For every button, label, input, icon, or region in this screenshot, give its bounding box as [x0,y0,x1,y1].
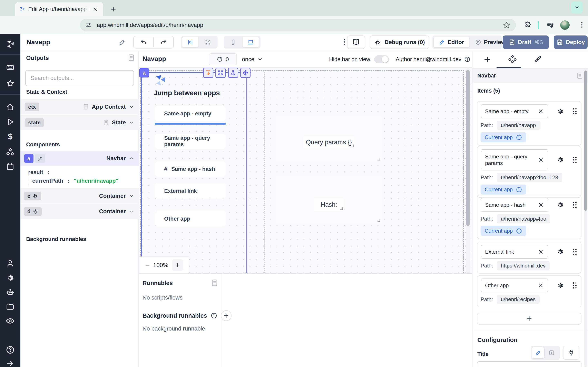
function-mode-button[interactable] [545,347,558,359]
desktop-view-button[interactable] [242,37,259,48]
redo-icon[interactable] [154,37,173,47]
anchor-component-icon[interactable] [228,68,238,78]
item-settings-gear-icon[interactable] [556,108,564,115]
clear-label-icon[interactable] [538,157,544,163]
selected-component-badge[interactable]: a [139,68,149,77]
draft-button[interactable]: Draft ⌘S [503,35,549,49]
container-query-params[interactable]: Query params {} [276,117,381,162]
schedule-dropdown[interactable]: once [242,53,263,65]
expand-sidebar-arrow-icon[interactable] [6,359,14,367]
hide-bar-toggle[interactable] [374,55,389,63]
outputs-doc-icon[interactable] [127,54,135,62]
title-field-input[interactable] [477,361,581,367]
output-row-component-e[interactable]: e Container [20,188,139,203]
navbar-item-button[interactable]: Same app - query params [155,134,226,149]
item-label-input[interactable]: Same app - query params [481,149,548,170]
state-chevron-down-icon[interactable] [129,120,134,125]
rename-pencil-icon[interactable] [119,39,126,46]
mobile-view-button[interactable] [225,37,242,48]
item-path-value[interactable]: u/henri/navapp [497,121,540,130]
fill-height-icon[interactable] [203,68,213,78]
item-settings-gear-icon[interactable] [556,201,564,209]
clear-label-icon[interactable] [538,108,544,114]
item-label-input[interactable]: External link [481,245,548,259]
site-settings-icon[interactable] [85,22,92,28]
help-icon[interactable] [6,345,15,354]
info-icon[interactable] [516,134,522,141]
resize-handle[interactable] [378,158,380,160]
resize-handle[interactable] [378,219,380,222]
item-path-value[interactable]: u/henri/navapp#foo [497,214,550,224]
browser-profile-avatar[interactable] [560,20,570,30]
item-path-value[interactable]: u/henri/recipes [497,295,540,304]
variables-dollar-icon[interactable]: $ [8,132,12,141]
component-settings-tab[interactable] [508,55,517,64]
search-outputs-input[interactable] [25,70,134,86]
item-drag-handle[interactable] [573,202,577,208]
component-a-pencil-icon[interactable] [35,154,45,163]
item-settings-gear-icon[interactable] [556,248,564,256]
output-row-component-d[interactable]: d Container [20,204,139,219]
media-playlist-icon[interactable] [546,21,554,29]
navbar-item-button[interactable]: Other app [155,211,226,226]
undo-icon[interactable] [134,37,154,47]
add-item-button[interactable] [477,313,581,325]
runs-play-icon[interactable] [6,118,14,126]
static-value-pencil-button[interactable] [532,347,545,359]
output-row-ctx[interactable]: ctx App Context [20,99,139,114]
clear-label-icon[interactable] [538,282,544,289]
users-icon[interactable] [6,259,15,267]
item-label-input[interactable]: Other app [481,278,548,292]
bookmark-star-icon[interactable] [503,21,510,29]
info-icon[interactable] [516,187,522,193]
folders-icon[interactable] [6,302,15,311]
item-settings-gear-icon[interactable] [556,156,564,164]
item-drag-handle[interactable] [573,157,577,163]
item-drag-handle[interactable] [573,249,577,255]
extensions-puzzle-icon[interactable] [524,21,532,29]
canvas-scrollbar[interactable] [466,68,470,273]
settings-gear-icon[interactable] [6,274,15,282]
navbar-item-button[interactable]: #Same app - hash [155,161,226,176]
fullwidth-layout-button[interactable] [199,37,216,48]
item-path-value[interactable]: u/henri/navapp?foo=123 [497,173,562,182]
navbar-item-button[interactable]: Same app - empty [155,106,226,121]
app-canvas[interactable]: a Jump between apps Same app - emptySame… [139,68,472,274]
expand-component-icon[interactable] [215,68,226,78]
insert-component-tab[interactable] [483,55,492,64]
component-doc-icon[interactable] [576,72,584,79]
workers-robot-icon[interactable] [6,288,15,296]
item-label-input[interactable]: Same app - hash [481,198,548,212]
component-d-chevron-down-icon[interactable] [129,209,134,214]
deploy-button[interactable]: Deploy [554,35,588,49]
component-e-chevron-down-icon[interactable] [129,193,134,199]
browser-menu-chip[interactable] [571,2,583,13]
panel-scrollbar[interactable] [584,68,587,367]
connect-plug-button[interactable] [563,346,579,360]
zoom-in-icon[interactable] [172,259,183,271]
resize-handle[interactable] [351,145,354,147]
info-icon[interactable] [516,228,522,234]
url-bar[interactable]: app.windmill.dev/apps/edit/u/henri/navap… [80,19,516,31]
refresh-count-button[interactable]: 0 [209,53,237,65]
output-row-component-a[interactable]: a Navbar [20,151,139,166]
home-icon[interactable] [6,103,15,111]
output-row-state[interactable]: state State [20,115,139,130]
ctx-chevron-down-icon[interactable] [129,104,134,110]
styling-brush-tab[interactable] [533,55,542,64]
runnables-doc-icon[interactable] [211,279,218,287]
zoom-out-icon[interactable]: − [145,261,149,269]
navbar-item-button[interactable]: External link [155,184,226,199]
item-path-value[interactable]: https://windmill.dev [497,261,550,270]
windmill-logo-icon[interactable] [5,39,15,49]
browser-menu-dots-icon[interactable] [578,21,586,29]
browser-tab[interactable]: Edit App u/henri/navapp | Win [15,2,103,16]
add-background-runnable-button[interactable] [221,310,232,321]
container-hash[interactable]: Hash: [276,176,381,223]
debug-runs-button[interactable]: Debug runs (0) [370,35,429,49]
editor-tab[interactable]: Editor [433,37,470,48]
clear-label-icon[interactable] [538,202,544,208]
item-drag-handle[interactable] [573,282,577,289]
resources-cubes-icon[interactable] [6,148,15,157]
item-drag-handle[interactable] [573,108,577,114]
